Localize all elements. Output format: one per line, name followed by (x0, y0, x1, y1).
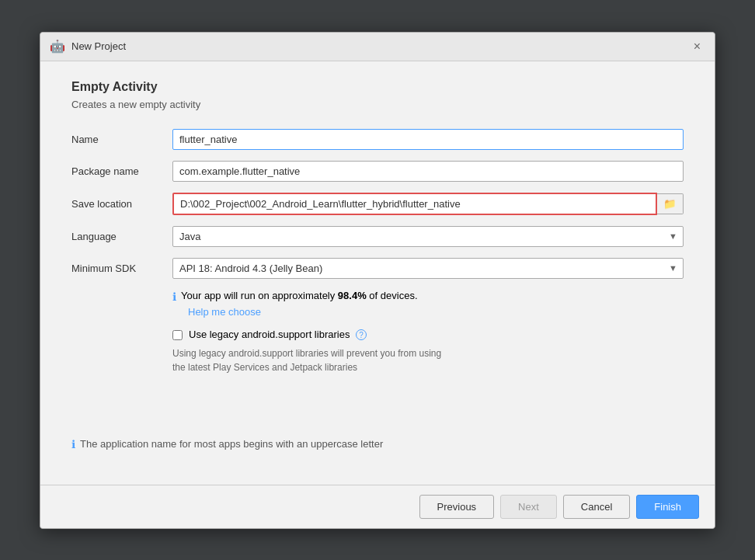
language-label: Language (71, 231, 172, 242)
name-label: Name (71, 134, 172, 145)
min-sdk-label: Minimum SDK (71, 263, 172, 274)
legacy-help-icon[interactable]: ? (356, 329, 367, 340)
language-select-wrapper: Java Kotlin ▼ (172, 226, 684, 247)
bottom-info-text: The application name for most apps begin… (80, 438, 383, 450)
dialog-title: New Project (71, 40, 126, 52)
legacy-checkbox[interactable] (172, 330, 183, 340)
cancel-button[interactable]: Cancel (563, 495, 630, 519)
package-label: Package name (71, 165, 172, 177)
sdk-info-row: ℹ Your app will run on approximately 98.… (172, 290, 684, 303)
new-project-dialog: 🤖 New Project × Empty Activity Creates a… (40, 32, 715, 529)
language-select[interactable]: Java Kotlin (172, 226, 684, 247)
title-bar: 🤖 New Project × (40, 33, 715, 61)
min-sdk-select[interactable]: API 16: Android 4.1 (Jelly Bean) API 17:… (172, 258, 684, 279)
bottom-info: ℹ The application name for most apps beg… (71, 438, 684, 450)
language-row: Language Java Kotlin ▼ (71, 226, 684, 247)
save-location-input[interactable] (172, 193, 657, 215)
legacy-checkbox-row: Use legacy android.support libraries ? (172, 329, 684, 341)
help-me-choose-link[interactable]: Help me choose (188, 306, 261, 318)
package-row: Package name (71, 161, 684, 182)
spacer (71, 374, 684, 437)
legacy-checkbox-desc: Using legacy android.support libraries w… (172, 346, 684, 374)
save-location-label: Save location (71, 198, 172, 210)
finish-button[interactable]: Finish (636, 495, 699, 519)
save-location-wrapper: 📁 (172, 193, 684, 215)
bottom-info-icon: ℹ (71, 438, 75, 450)
min-sdk-select-wrapper: API 16: Android 4.1 (Jelly Bean) API 17:… (172, 258, 684, 279)
folder-browse-button[interactable]: 📁 (657, 193, 684, 214)
next-button: Next (500, 495, 557, 519)
info-icon: ℹ (172, 290, 176, 303)
name-input[interactable] (172, 129, 684, 150)
sdk-info-section: ℹ Your app will run on approximately 98.… (172, 290, 684, 318)
legacy-checkbox-label[interactable]: Use legacy android.support libraries ? (189, 329, 367, 341)
section-subtitle: Creates a new empty activity (71, 99, 684, 110)
title-bar-left: 🤖 New Project (50, 39, 126, 54)
dialog-footer: Previous Next Cancel Finish (40, 485, 715, 528)
folder-icon: 📁 (663, 198, 677, 210)
close-button[interactable]: × (689, 39, 705, 54)
section-title: Empty Activity (71, 80, 684, 94)
name-row: Name (71, 129, 684, 150)
android-icon: 🤖 (50, 39, 65, 54)
previous-button[interactable]: Previous (419, 495, 495, 519)
dialog-body: Empty Activity Creates a new empty activ… (40, 61, 715, 485)
package-input[interactable] (172, 161, 684, 182)
sdk-percent: 98.4% (338, 290, 367, 301)
save-location-row: Save location 📁 (71, 193, 684, 215)
sdk-info-text: Your app will run on approximately 98.4%… (181, 290, 418, 301)
min-sdk-row: Minimum SDK API 16: Android 4.1 (Jelly B… (71, 258, 684, 279)
